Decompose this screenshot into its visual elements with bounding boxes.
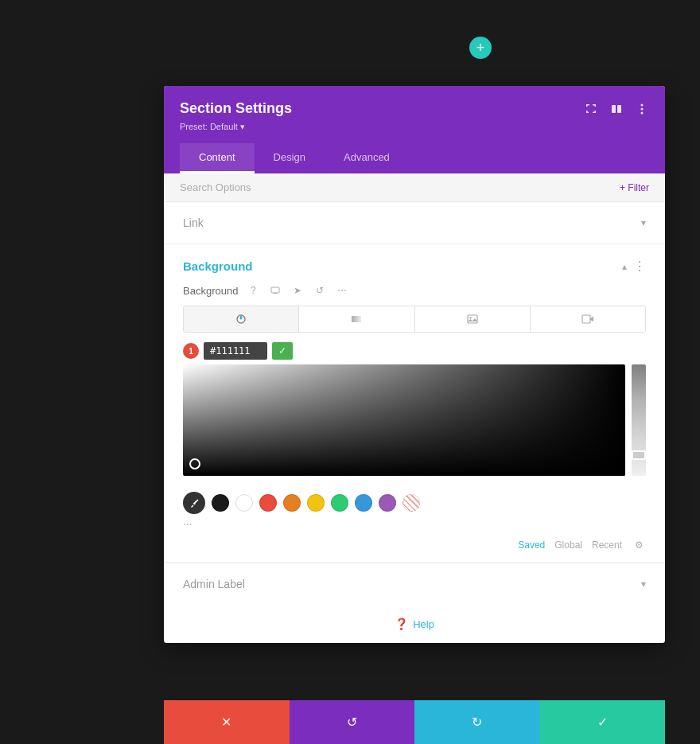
admin-chevron-icon: ▾ <box>641 578 646 590</box>
swatch-red[interactable] <box>259 494 277 512</box>
preset-label[interactable]: Preset: Default ▾ <box>180 122 649 132</box>
link-chevron-icon: ▾ <box>641 217 646 228</box>
bg-type-tabs <box>183 306 646 333</box>
swatch-yellow[interactable] <box>307 494 325 512</box>
bg-type-video[interactable] <box>531 306 645 332</box>
swatch-purple[interactable] <box>379 494 396 512</box>
background-title: Background <box>183 259 253 273</box>
bg-label: Background <box>183 285 238 297</box>
redo-button[interactable]: ↻ <box>414 700 540 744</box>
header-icons <box>584 102 649 116</box>
color-input-row: 1 ✓ <box>183 342 646 360</box>
admin-label-section[interactable]: Admin Label ▾ <box>164 563 665 605</box>
bg-reset-icon[interactable]: ↺ <box>313 283 327 298</box>
search-placeholder[interactable]: Search Options <box>180 181 251 193</box>
bg-type-image[interactable] <box>415 306 531 332</box>
svg-rect-5 <box>271 287 279 293</box>
link-label: Link <box>183 216 204 229</box>
swatch-blue[interactable] <box>355 494 372 512</box>
picker-hue-slider[interactable] <box>632 364 646 476</box>
swatch-striped[interactable] <box>402 494 420 512</box>
picker-wrapper <box>183 364 646 476</box>
tab-advanced[interactable]: Advanced <box>325 143 409 173</box>
background-header-right: ▴ ⋮ <box>622 259 646 274</box>
link-section[interactable]: Link ▾ <box>164 202 665 244</box>
swatch-black[interactable] <box>212 494 229 512</box>
columns-icon[interactable] <box>609 102 624 116</box>
bg-help-icon[interactable]: ? <box>246 283 260 298</box>
svg-rect-6 <box>274 293 277 294</box>
panel-header-top: Section Settings <box>180 100 649 117</box>
plus-icon: + <box>476 40 485 56</box>
section-settings-panel: Section Settings <box>164 86 665 643</box>
tab-content[interactable]: Content <box>180 143 255 173</box>
svg-rect-9 <box>468 315 477 323</box>
panel-tabs: Content Design Advanced <box>180 143 649 173</box>
help-row: ❓ Help <box>164 605 665 643</box>
panel-body: Link ▾ Background ▴ ⋮ Background ? <box>164 202 665 643</box>
svg-rect-1 <box>617 105 621 113</box>
hue-slider-handle[interactable] <box>632 450 646 460</box>
search-bar: Search Options + Filter <box>164 173 665 202</box>
bg-device-icon[interactable] <box>268 283 282 298</box>
bg-options-icon[interactable]: ⋯ <box>335 283 349 298</box>
bg-controls-row: Background ? ➤ ↺ ⋯ <box>164 280 665 306</box>
add-button[interactable]: + <box>469 37 492 59</box>
help-icon: ❓ <box>395 617 408 630</box>
svg-point-4 <box>641 111 644 114</box>
color-hex-input[interactable] <box>204 342 267 360</box>
svg-point-10 <box>469 317 471 318</box>
svg-rect-0 <box>612 105 616 113</box>
saved-settings-icon[interactable]: ⚙ <box>632 538 646 552</box>
admin-label-text: Admin Label <box>183 578 245 590</box>
bg-arrow-icon[interactable]: ➤ <box>290 283 305 298</box>
panel-title: Section Settings <box>180 100 292 117</box>
background-chevron-icon[interactable]: ▴ <box>622 261 627 272</box>
swatch-orange[interactable] <box>283 494 301 512</box>
swatch-white[interactable] <box>235 494 253 512</box>
swatches-row <box>164 485 665 517</box>
fullscreen-icon[interactable] <box>584 102 598 116</box>
bg-type-color[interactable] <box>184 306 299 332</box>
background-more-icon[interactable]: ⋮ <box>633 259 646 274</box>
more-icon[interactable] <box>635 102 649 116</box>
undo-button[interactable]: ↺ <box>290 700 415 744</box>
cancel-button[interactable]: ✕ <box>164 700 290 744</box>
eyedropper-button[interactable] <box>183 492 205 514</box>
filter-button[interactable]: + Filter <box>620 182 649 193</box>
saved-tab-recent[interactable]: Recent <box>592 539 622 551</box>
svg-point-3 <box>641 107 644 110</box>
more-swatches-icon[interactable]: ··· <box>164 517 665 535</box>
save-button[interactable]: ✓ <box>540 700 666 744</box>
color-confirm-button[interactable]: ✓ <box>272 342 293 360</box>
tab-design[interactable]: Design <box>255 143 325 173</box>
background-section: Background ▴ ⋮ Background ? ➤ ↺ ⋯ <box>164 244 665 563</box>
picker-gradient[interactable] <box>183 364 625 476</box>
color-index-badge: 1 <box>183 343 199 359</box>
svg-rect-11 <box>582 315 590 323</box>
saved-tab-saved[interactable]: Saved <box>518 539 545 551</box>
background-header: Background ▴ ⋮ <box>164 244 665 280</box>
saved-tabs-row: Saved Global Recent ⚙ <box>164 535 665 562</box>
bg-type-gradient[interactable] <box>299 306 414 332</box>
panel-header: Section Settings <box>164 86 665 173</box>
swatch-green[interactable] <box>331 494 348 512</box>
svg-point-2 <box>641 103 644 106</box>
help-text[interactable]: Help <box>413 618 434 630</box>
picker-handle[interactable] <box>189 458 200 469</box>
color-picker-area: 1 ✓ <box>183 342 646 476</box>
saved-tab-global[interactable]: Global <box>554 539 582 551</box>
svg-rect-8 <box>352 316 361 322</box>
panel-footer: ✕ ↺ ↻ ✓ <box>164 700 665 744</box>
